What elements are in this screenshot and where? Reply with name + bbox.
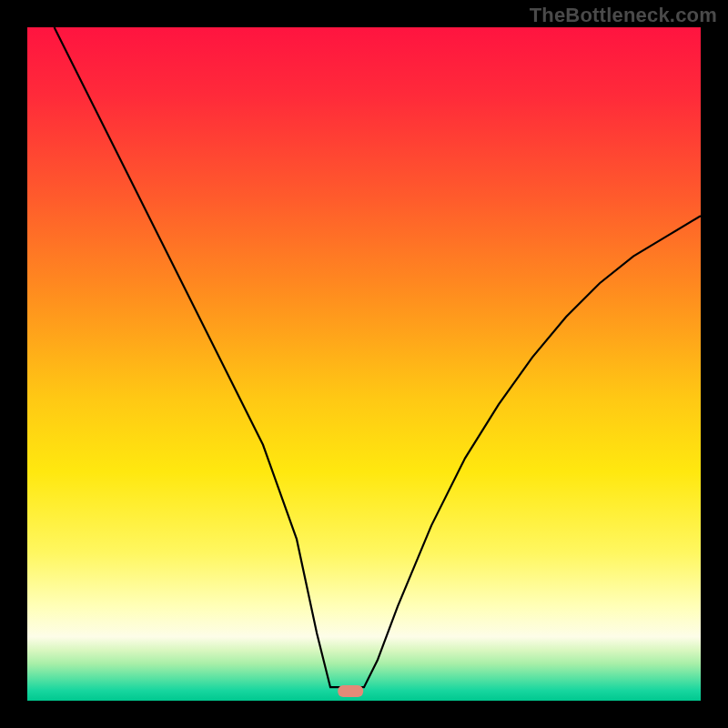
gradient-background	[27, 27, 701, 701]
bottleneck-chart	[27, 27, 701, 701]
chart-frame: TheBottleneck.com	[0, 0, 728, 728]
optimal-marker	[338, 685, 363, 697]
plot-area	[27, 27, 701, 701]
watermark-text: TheBottleneck.com	[530, 4, 717, 27]
